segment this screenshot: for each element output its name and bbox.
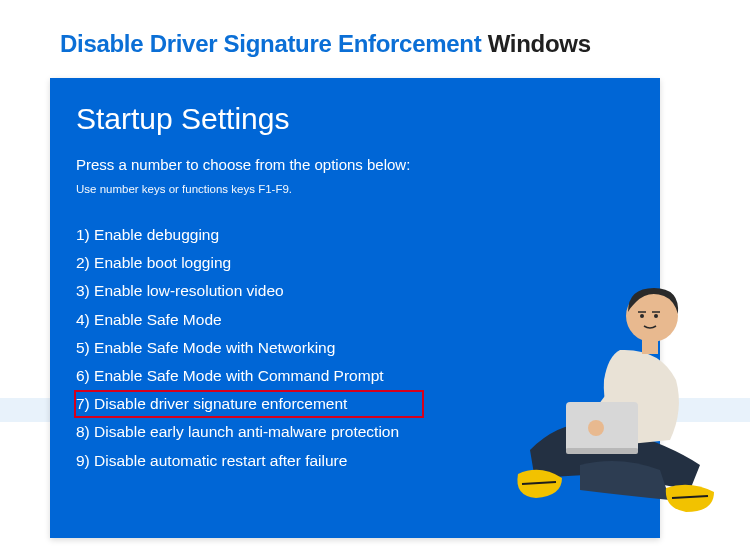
- svg-point-6: [654, 314, 658, 318]
- title-tail: Windows: [481, 30, 590, 57]
- svg-point-2: [588, 420, 604, 436]
- svg-point-5: [640, 314, 644, 318]
- title-accent: Disable Driver Signature Enforcement: [60, 30, 481, 57]
- page-header: Disable Driver Signature Enforcement Win…: [0, 0, 750, 78]
- option-7[interactable]: 7) Disable driver signature enforcement: [74, 390, 424, 418]
- panel-title: Startup Settings: [76, 102, 634, 136]
- panel-hint: Use number keys or functions keys F1-F9.: [76, 183, 634, 195]
- page-title: Disable Driver Signature Enforcement Win…: [60, 30, 690, 58]
- person-laptop-illustration: [470, 230, 740, 530]
- svg-rect-1: [566, 448, 638, 454]
- panel-prompt: Press a number to choose from the option…: [76, 156, 634, 173]
